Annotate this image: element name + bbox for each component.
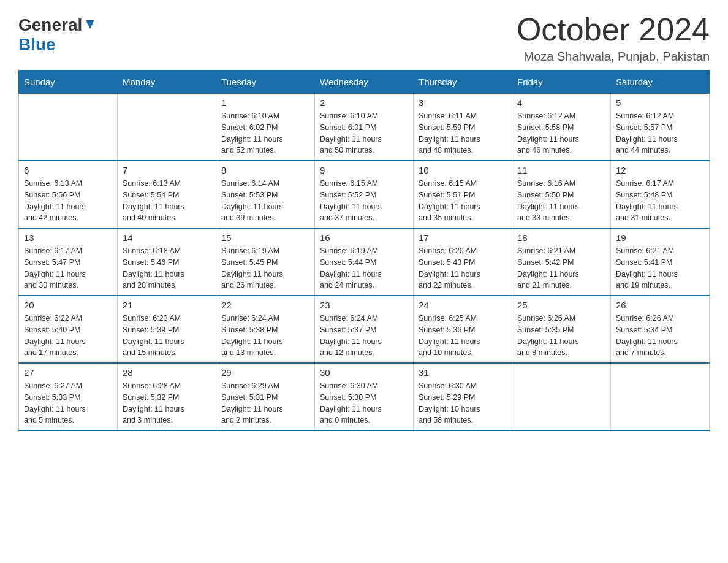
day-number: 29 — [221, 367, 309, 378]
col-friday: Friday — [512, 71, 611, 94]
calendar-cell: 14Sunrise: 6:18 AMSunset: 5:46 PMDayligh… — [118, 228, 216, 296]
logo-general-text: General — [18, 15, 82, 35]
day-number: 14 — [123, 232, 211, 243]
day-info: Sunrise: 6:10 AMSunset: 6:01 PMDaylight:… — [320, 110, 408, 156]
day-info: Sunrise: 6:18 AMSunset: 5:46 PMDaylight:… — [123, 245, 211, 291]
day-info: Sunrise: 6:16 AMSunset: 5:50 PMDaylight:… — [517, 178, 605, 224]
day-number: 18 — [517, 232, 605, 243]
day-number: 4 — [517, 98, 605, 108]
calendar-week-row: 27Sunrise: 6:27 AMSunset: 5:33 PMDayligh… — [19, 363, 710, 431]
calendar-cell: 1Sunrise: 6:10 AMSunset: 6:02 PMDaylight… — [216, 94, 315, 161]
calendar-cell: 27Sunrise: 6:27 AMSunset: 5:33 PMDayligh… — [19, 363, 118, 431]
calendar-cell: 11Sunrise: 6:16 AMSunset: 5:50 PMDayligh… — [512, 161, 611, 228]
svg-marker-0 — [86, 20, 94, 29]
day-info: Sunrise: 6:13 AMSunset: 5:56 PMDaylight:… — [24, 178, 112, 224]
calendar-cell: 12Sunrise: 6:17 AMSunset: 5:48 PMDayligh… — [611, 161, 710, 228]
calendar-cell — [611, 363, 710, 431]
day-number: 13 — [24, 232, 112, 243]
calendar-cell: 6Sunrise: 6:13 AMSunset: 5:56 PMDaylight… — [19, 161, 118, 228]
calendar-cell: 21Sunrise: 6:23 AMSunset: 5:39 PMDayligh… — [118, 296, 216, 363]
calendar-cell: 9Sunrise: 6:15 AMSunset: 5:52 PMDaylight… — [315, 161, 414, 228]
calendar-week-row: 6Sunrise: 6:13 AMSunset: 5:56 PMDaylight… — [19, 161, 710, 228]
day-number: 26 — [616, 300, 704, 310]
main-title: October 2024 — [517, 12, 710, 47]
logo-triangle-icon — [83, 18, 97, 31]
col-thursday: Thursday — [414, 71, 512, 94]
day-number: 8 — [221, 165, 309, 175]
day-info: Sunrise: 6:21 AMSunset: 5:41 PMDaylight:… — [616, 245, 704, 291]
calendar-week-row: 13Sunrise: 6:17 AMSunset: 5:47 PMDayligh… — [19, 228, 710, 296]
col-tuesday: Tuesday — [216, 71, 315, 94]
day-number: 28 — [123, 367, 211, 378]
day-info: Sunrise: 6:15 AMSunset: 5:51 PMDaylight:… — [419, 178, 507, 224]
calendar-cell: 4Sunrise: 6:12 AMSunset: 5:58 PMDaylight… — [512, 94, 611, 161]
calendar-cell — [512, 363, 611, 431]
calendar-cell: 22Sunrise: 6:24 AMSunset: 5:38 PMDayligh… — [216, 296, 315, 363]
day-number: 20 — [24, 300, 112, 310]
day-info: Sunrise: 6:25 AMSunset: 5:36 PMDaylight:… — [419, 313, 507, 359]
day-number: 3 — [419, 98, 507, 108]
day-info: Sunrise: 6:19 AMSunset: 5:45 PMDaylight:… — [221, 245, 309, 291]
calendar-week-row: 1Sunrise: 6:10 AMSunset: 6:02 PMDaylight… — [19, 94, 710, 161]
day-number: 15 — [221, 232, 309, 243]
calendar-cell — [19, 94, 118, 161]
calendar-cell: 16Sunrise: 6:19 AMSunset: 5:44 PMDayligh… — [315, 228, 414, 296]
day-info: Sunrise: 6:17 AMSunset: 5:48 PMDaylight:… — [616, 178, 704, 224]
day-number: 21 — [123, 300, 211, 310]
day-number: 5 — [616, 98, 704, 108]
col-sunday: Sunday — [19, 71, 118, 94]
day-info: Sunrise: 6:26 AMSunset: 5:35 PMDaylight:… — [517, 313, 605, 359]
day-info: Sunrise: 6:30 AMSunset: 5:29 PMDaylight:… — [419, 380, 507, 426]
calendar-cell: 15Sunrise: 6:19 AMSunset: 5:45 PMDayligh… — [216, 228, 315, 296]
calendar-cell: 13Sunrise: 6:17 AMSunset: 5:47 PMDayligh… — [19, 228, 118, 296]
calendar-cell: 2Sunrise: 6:10 AMSunset: 6:01 PMDaylight… — [315, 94, 414, 161]
calendar-cell — [118, 94, 216, 161]
day-info: Sunrise: 6:12 AMSunset: 5:58 PMDaylight:… — [517, 110, 605, 156]
col-monday: Monday — [118, 71, 216, 94]
day-number: 10 — [419, 165, 507, 175]
day-number: 7 — [123, 165, 211, 175]
day-info: Sunrise: 6:28 AMSunset: 5:32 PMDaylight:… — [123, 380, 211, 426]
calendar-cell: 5Sunrise: 6:12 AMSunset: 5:57 PMDaylight… — [611, 94, 710, 161]
col-saturday: Saturday — [611, 71, 710, 94]
day-number: 31 — [419, 367, 507, 378]
calendar-cell: 20Sunrise: 6:22 AMSunset: 5:40 PMDayligh… — [19, 296, 118, 363]
calendar-cell: 31Sunrise: 6:30 AMSunset: 5:29 PMDayligh… — [414, 363, 512, 431]
day-number: 9 — [320, 165, 408, 175]
day-info: Sunrise: 6:24 AMSunset: 5:38 PMDaylight:… — [221, 313, 309, 359]
day-number: 12 — [616, 165, 704, 175]
day-info: Sunrise: 6:20 AMSunset: 5:43 PMDaylight:… — [419, 245, 507, 291]
calendar-cell: 7Sunrise: 6:13 AMSunset: 5:54 PMDaylight… — [118, 161, 216, 228]
calendar-cell: 23Sunrise: 6:24 AMSunset: 5:37 PMDayligh… — [315, 296, 414, 363]
day-number: 6 — [24, 165, 112, 175]
day-number: 27 — [24, 367, 112, 378]
calendar-cell: 28Sunrise: 6:28 AMSunset: 5:32 PMDayligh… — [118, 363, 216, 431]
day-info: Sunrise: 6:27 AMSunset: 5:33 PMDaylight:… — [24, 380, 112, 426]
subtitle: Moza Shahwala, Punjab, Pakistan — [517, 50, 710, 64]
day-info: Sunrise: 6:22 AMSunset: 5:40 PMDaylight:… — [24, 313, 112, 359]
day-info: Sunrise: 6:10 AMSunset: 6:02 PMDaylight:… — [221, 110, 309, 156]
day-info: Sunrise: 6:30 AMSunset: 5:30 PMDaylight:… — [320, 380, 408, 426]
calendar-cell: 3Sunrise: 6:11 AMSunset: 5:59 PMDaylight… — [414, 94, 512, 161]
day-number: 24 — [419, 300, 507, 310]
day-info: Sunrise: 6:17 AMSunset: 5:47 PMDaylight:… — [24, 245, 112, 291]
day-info: Sunrise: 6:29 AMSunset: 5:31 PMDaylight:… — [221, 380, 309, 426]
day-info: Sunrise: 6:19 AMSunset: 5:44 PMDaylight:… — [320, 245, 408, 291]
calendar-week-row: 20Sunrise: 6:22 AMSunset: 5:40 PMDayligh… — [19, 296, 710, 363]
calendar-cell: 19Sunrise: 6:21 AMSunset: 5:41 PMDayligh… — [611, 228, 710, 296]
page-header: General Blue October 2024 Moza Shahwala,… — [18, 12, 710, 64]
day-info: Sunrise: 6:11 AMSunset: 5:59 PMDaylight:… — [419, 110, 507, 156]
day-info: Sunrise: 6:15 AMSunset: 5:52 PMDaylight:… — [320, 178, 408, 224]
day-number: 25 — [517, 300, 605, 310]
calendar-table: Sunday Monday Tuesday Wednesday Thursday… — [18, 70, 710, 431]
day-number: 16 — [320, 232, 408, 243]
logo-blue-text: Blue — [18, 36, 56, 53]
day-info: Sunrise: 6:24 AMSunset: 5:37 PMDaylight:… — [320, 313, 408, 359]
calendar-cell: 24Sunrise: 6:25 AMSunset: 5:36 PMDayligh… — [414, 296, 512, 363]
title-section: October 2024 Moza Shahwala, Punjab, Paki… — [517, 12, 710, 64]
day-number: 17 — [419, 232, 507, 243]
day-number: 1 — [221, 98, 309, 108]
calendar-cell: 30Sunrise: 6:30 AMSunset: 5:30 PMDayligh… — [315, 363, 414, 431]
day-info: Sunrise: 6:14 AMSunset: 5:53 PMDaylight:… — [221, 178, 309, 224]
calendar-cell: 26Sunrise: 6:26 AMSunset: 5:34 PMDayligh… — [611, 296, 710, 363]
